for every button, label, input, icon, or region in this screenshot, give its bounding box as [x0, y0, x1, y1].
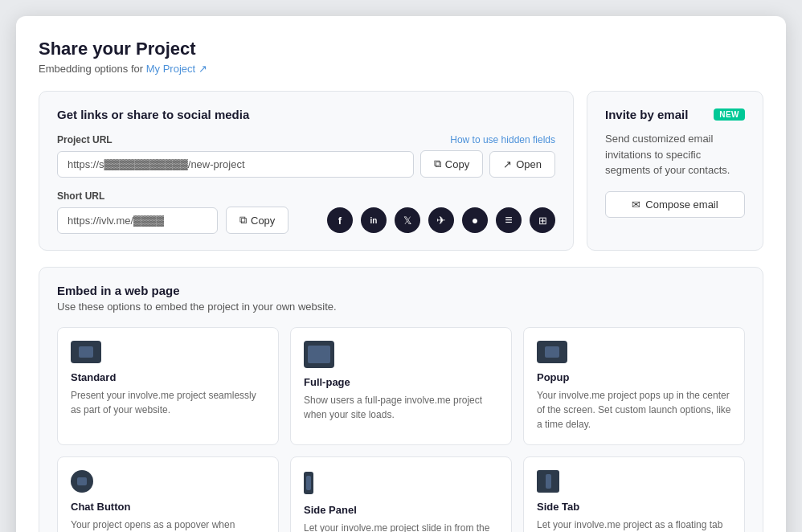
open-icon: ↗	[503, 158, 512, 170]
embed-option-side-tab[interactable]: Side Tab Let your involve.me project as …	[523, 456, 745, 532]
new-badge: NEW	[714, 108, 745, 121]
embed-option-chat-button[interactable]: Chat Button Your project opens as a popo…	[57, 456, 279, 532]
standard-embed-icon	[71, 341, 101, 363]
linkedin-icon[interactable]: in	[361, 207, 387, 233]
share-card: Get links or share to social media Proje…	[39, 91, 574, 251]
invite-header: Invite by email NEW	[605, 108, 745, 121]
popup-embed-icon	[537, 341, 567, 363]
embed-option-fullpage[interactable]: Full-page Show users a full-page involve…	[290, 327, 512, 445]
telegram-icon[interactable]: ✈	[428, 207, 454, 233]
copy-icon: ⧉	[434, 158, 441, 170]
embed-option-fullpage-title: Full-page	[304, 376, 498, 388]
embed-option-popup[interactable]: Popup Your involve.me project pops up in…	[523, 327, 745, 445]
embed-option-chatbtn-title: Chat Button	[71, 501, 265, 513]
modal-title: Share your Project	[39, 39, 763, 59]
embed-option-popup-desc: Your involve.me project pops up in the c…	[537, 388, 731, 432]
project-url-input[interactable]	[57, 151, 414, 178]
fullpage-embed-icon	[304, 341, 334, 368]
main-row: Get links or share to social media Proje…	[39, 91, 763, 251]
social-icons: f in 𝕏 ✈ ● ≡ ⊞	[327, 207, 555, 233]
embed-option-sidepanel-desc: Let your involve.me project slide in fro…	[304, 521, 498, 532]
open-url-button[interactable]: ↗ Open	[489, 151, 555, 178]
invite-desc: Send customized email invitations to spe…	[605, 131, 745, 178]
embed-grid: Standard Present your involve.me project…	[57, 327, 745, 532]
embed-option-standard-desc: Present your involve.me project seamless…	[71, 388, 265, 417]
copy-short-icon: ⧉	[239, 214, 247, 227]
embed-option-chatbtn-desc: Your project opens as a popover when som…	[71, 518, 265, 532]
invite-title: Invite by email	[605, 108, 688, 121]
embed-option-sidepanel-title: Side Panel	[304, 504, 498, 516]
short-url-label: Short URL	[57, 190, 555, 202]
facebook-icon[interactable]: f	[327, 207, 353, 233]
share-card-title: Get links or share to social media	[57, 108, 555, 121]
embed-option-fullpage-desc: Show users a full-page involve.me projec…	[304, 393, 498, 422]
invite-card: Invite by email NEW Send customized emai…	[587, 91, 763, 251]
embed-option-standard[interactable]: Standard Present your involve.me project…	[57, 327, 279, 445]
embed-option-sidetab-title: Side Tab	[537, 501, 731, 513]
compose-email-button[interactable]: ✉ Compose email	[605, 191, 745, 218]
short-url-input[interactable]	[57, 207, 218, 234]
mail-icon: ✉	[632, 198, 640, 211]
share-modal: Share your Project Embedding options for…	[16, 16, 786, 532]
sidepanel-embed-icon	[304, 470, 321, 496]
modal-subtitle: Embedding options for My Project ↗	[39, 63, 763, 75]
short-url-row: ⧉ Copy f in 𝕏 ✈ ● ≡ ⊞	[57, 207, 555, 234]
embed-title: Embed in a web page	[57, 284, 745, 297]
embed-option-sidetab-desc: Let your involve.me project as a floatin…	[537, 518, 731, 532]
copy-short-url-button[interactable]: ⧉ Copy	[226, 207, 288, 234]
whatsapp-icon[interactable]: ●	[462, 207, 488, 233]
project-url-label: Project URL How to use hidden fields	[57, 134, 555, 145]
embed-section: Embed in a web page Use these options to…	[39, 267, 763, 532]
project-url-row: ⧉ Copy ↗ Open	[57, 150, 555, 178]
embed-option-popup-title: Popup	[537, 371, 731, 383]
embed-subtitle: Use these options to embed the project i…	[57, 301, 745, 313]
buffer-icon[interactable]: ≡	[496, 207, 522, 233]
embed-option-standard-title: Standard	[71, 371, 265, 383]
project-link[interactable]: My Project ↗	[146, 63, 207, 75]
copy-url-button[interactable]: ⧉ Copy	[420, 150, 483, 178]
hidden-fields-link[interactable]: How to use hidden fields	[450, 134, 555, 145]
twitter-icon[interactable]: 𝕏	[395, 207, 420, 233]
qr-icon[interactable]: ⊞	[530, 207, 555, 233]
embed-option-side-panel[interactable]: Side Panel Let your involve.me project s…	[290, 456, 512, 532]
sidetab-embed-icon	[537, 470, 559, 493]
chatbtn-embed-icon	[71, 470, 93, 493]
